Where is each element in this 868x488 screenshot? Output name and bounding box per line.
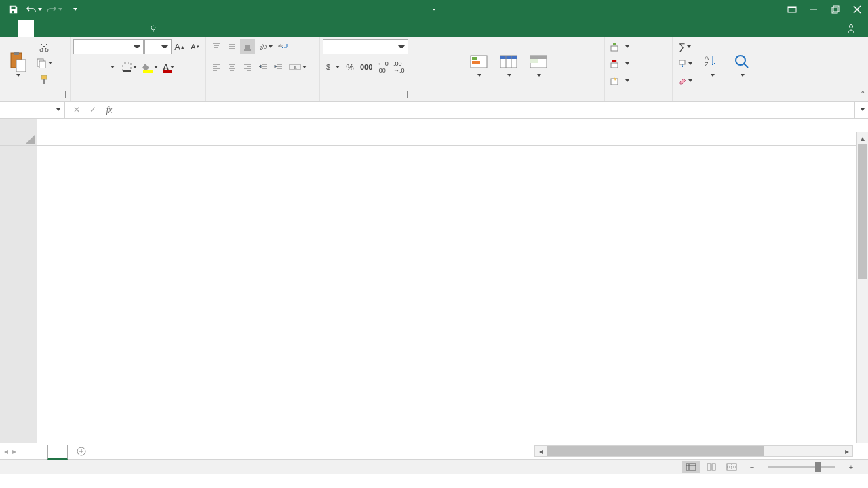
format-cells-button[interactable] (608, 73, 669, 88)
decrease-indent-button[interactable] (256, 60, 271, 75)
svg-rect-57 (472, 61, 480, 64)
zoom-slider[interactable] (768, 466, 835, 468)
insert-cells-button[interactable] (608, 39, 669, 54)
redo-button[interactable] (45, 1, 64, 18)
cells-area[interactable] (37, 146, 868, 443)
scroll-left-button[interactable]: ◂ (535, 446, 547, 456)
zoom-slider-thumb[interactable] (815, 462, 821, 472)
delete-cells-button[interactable] (608, 56, 669, 71)
save-button[interactable] (4, 1, 23, 18)
accounting-format-button[interactable]: $ (323, 60, 342, 75)
orientation-button[interactable]: ab (256, 39, 275, 54)
font-color-button[interactable]: A (161, 60, 176, 75)
tell-me-search[interactable] (141, 20, 170, 37)
sheet-nav-next[interactable]: ▸ (12, 447, 16, 456)
tab-data[interactable] (83, 20, 99, 37)
sheet-nav-prev[interactable]: ◂ (4, 447, 8, 456)
number-format-combo[interactable] (323, 39, 408, 54)
increase-font-button[interactable]: A▲ (172, 39, 187, 54)
font-size-combo[interactable] (144, 39, 172, 54)
merge-center-button[interactable]: a (287, 60, 309, 75)
clipboard-launcher[interactable] (59, 92, 66, 98)
bold-button[interactable] (73, 60, 88, 75)
collapse-ribbon-button[interactable]: ˄ (861, 89, 865, 100)
autosum-button[interactable]: ∑ (675, 39, 694, 54)
fill-button[interactable] (675, 56, 694, 71)
quick-access-toolbar (0, 1, 84, 18)
comma-button[interactable]: 000 (358, 60, 374, 75)
align-left-button[interactable] (209, 60, 224, 75)
cancel-formula-button[interactable]: ✕ (69, 103, 84, 117)
tab-insert[interactable] (34, 20, 50, 37)
page-break-view-button[interactable] (723, 461, 741, 473)
scroll-up-button[interactable]: ▴ (857, 132, 868, 144)
align-top-button[interactable] (209, 39, 224, 54)
close-button[interactable] (846, 0, 868, 19)
percent-button[interactable]: % (342, 60, 357, 75)
tab-view[interactable] (115, 20, 132, 37)
normal-view-button[interactable] (682, 461, 700, 473)
ribbon: A▲ A▼ A ab ab (0, 37, 868, 102)
zoom-out-button[interactable]: − (743, 461, 761, 473)
insert-function-button[interactable]: fx (102, 103, 117, 117)
page-layout-view-button[interactable] (703, 461, 720, 473)
cut-button[interactable] (34, 39, 54, 54)
qat-customize-button[interactable] (65, 1, 84, 18)
tab-formulas[interactable] (66, 20, 83, 37)
sheet-tab-active[interactable] (47, 445, 68, 460)
tab-page-layout[interactable] (50, 20, 66, 37)
copy-button[interactable] (34, 56, 54, 70)
align-center-button[interactable] (224, 60, 239, 75)
svg-text:Z: Z (705, 61, 709, 68)
enter-formula-button[interactable]: ✓ (85, 103, 100, 117)
increase-indent-button[interactable] (271, 60, 286, 75)
horizontal-scrollbar[interactable]: ◂ ▸ (534, 445, 853, 457)
borders-button[interactable] (120, 60, 139, 75)
expand-formula-bar-button[interactable] (854, 102, 868, 118)
align-right-button[interactable] (240, 60, 255, 75)
find-select-button[interactable] (727, 39, 757, 88)
horizontal-scroll-thumb[interactable] (547, 446, 764, 456)
italic-button[interactable] (89, 60, 104, 75)
scroll-right-button[interactable]: ▸ (841, 446, 852, 456)
font-name-combo[interactable] (73, 39, 144, 54)
select-all-corner[interactable] (0, 119, 37, 146)
sort-filter-button[interactable]: AZ (697, 39, 727, 88)
decrease-font-button[interactable]: A▼ (188, 39, 203, 54)
formula-bar[interactable] (121, 102, 854, 118)
clear-button[interactable] (675, 73, 694, 88)
zoom-in-button[interactable]: + (842, 461, 860, 473)
window-title: - (433, 5, 435, 14)
format-painter-button[interactable] (34, 72, 54, 87)
increase-decimal-button[interactable]: ←.0.00 (375, 60, 391, 75)
underline-button[interactable] (104, 60, 119, 75)
paste-icon (7, 51, 28, 73)
tab-review[interactable] (99, 20, 115, 37)
new-sheet-button[interactable] (73, 444, 90, 459)
cell-styles-button[interactable] (524, 39, 553, 88)
number-launcher[interactable] (401, 92, 408, 98)
window-controls (781, 0, 868, 19)
tab-start[interactable] (18, 20, 34, 37)
paste-button[interactable] (3, 39, 33, 88)
fill-color-button[interactable] (140, 60, 160, 75)
svg-rect-65 (611, 46, 618, 51)
undo-button[interactable] (24, 1, 43, 18)
vertical-scroll-thumb[interactable] (858, 144, 867, 279)
alignment-launcher[interactable] (309, 92, 315, 98)
tab-file[interactable] (1, 20, 18, 37)
decrease-decimal-button[interactable]: .00→.0 (391, 60, 407, 75)
name-box[interactable] (0, 102, 65, 118)
maximize-button[interactable] (825, 0, 846, 19)
vertical-scrollbar[interactable]: ▴ ▾ (856, 132, 868, 455)
align-bottom-button[interactable] (240, 39, 255, 54)
align-middle-button[interactable] (224, 39, 239, 54)
format-as-table-button[interactable] (494, 39, 524, 88)
ribbon-display-options-button[interactable] (781, 0, 803, 19)
minimize-button[interactable] (803, 0, 825, 19)
conditional-formatting-button[interactable] (464, 39, 494, 88)
font-launcher[interactable] (195, 92, 201, 98)
share-button[interactable] (838, 24, 868, 33)
wrap-text-button[interactable]: ab (275, 39, 292, 54)
svg-rect-12 (16, 60, 26, 72)
